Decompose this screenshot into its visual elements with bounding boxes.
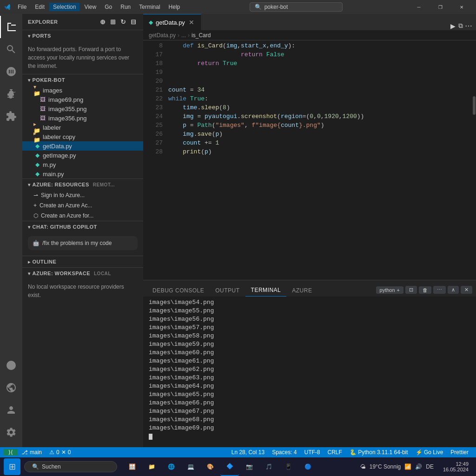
status-errors[interactable]: ⚠ 0 ✕ 0 xyxy=(46,449,74,456)
activity-copilot[interactable] xyxy=(0,354,22,377)
activity-remote[interactable] xyxy=(0,377,22,399)
close-panel-btn[interactable]: ✕ xyxy=(461,286,472,294)
breadcrumb-function[interactable]: is_Card xyxy=(192,32,211,39)
panel-tab-azure[interactable]: AZURE xyxy=(286,284,317,297)
activity-settings[interactable] xyxy=(0,421,22,443)
chat-title[interactable]: ▾ CHAT: GITHUB COPILOT xyxy=(22,221,143,232)
taskbar-app-9[interactable]: 🔵 xyxy=(298,457,317,476)
close-button[interactable]: ✕ xyxy=(451,0,472,14)
menu-run[interactable]: Run xyxy=(117,3,134,11)
code-line-22: while True: xyxy=(166,94,472,103)
status-golive[interactable]: ⚡ Go Live xyxy=(412,449,447,456)
azure-workspace-title[interactable]: ▾ AZURE: WORKSPACE Local xyxy=(22,268,143,279)
keyboard-icon[interactable]: DE xyxy=(426,463,434,470)
folder-images[interactable]: ▾📁 images xyxy=(22,86,143,95)
editor-scrollbar[interactable] xyxy=(472,40,476,280)
status-git-branch[interactable]: ⎇ main xyxy=(18,449,46,456)
file-getimage[interactable]: ◆ getImage.py xyxy=(22,151,143,160)
sidebar: Explorer ⊕ ⊞ ↻ ⊟ ▾ PORTS No forwarded po… xyxy=(22,14,143,447)
status-spaces[interactable]: Spaces: 4 xyxy=(268,449,300,456)
azure-resources-title[interactable]: ▾ AZURE: RESOURCES Remot... xyxy=(22,179,143,190)
tab-close-button[interactable]: ✕ xyxy=(188,18,195,27)
python-icon: ◆ xyxy=(33,170,41,178)
menu-go[interactable]: Go xyxy=(101,3,116,11)
terminal-line-8: images\image62.png xyxy=(149,365,470,374)
network-icon[interactable]: 📶 xyxy=(404,463,411,470)
status-python[interactable]: 🐍 Python 3.11.1 64-bit xyxy=(346,449,412,456)
more-actions-button[interactable]: ⋯ xyxy=(465,21,472,30)
status-encoding[interactable]: UTF-8 xyxy=(301,449,324,456)
activity-source-control[interactable] xyxy=(0,60,22,83)
trash-terminal-btn[interactable]: 🗑 xyxy=(419,286,431,294)
volume-icon[interactable]: 🔊 xyxy=(415,463,422,470)
panel-tab-terminal[interactable]: TERMINAL xyxy=(245,284,287,297)
azure-create-for[interactable]: ⬡ Create an Azure for... xyxy=(22,211,143,221)
new-folder-button[interactable]: ⊞ xyxy=(109,18,117,26)
terminal-line-11: images\image65.png xyxy=(149,390,470,399)
file-main[interactable]: ◆ main.py xyxy=(22,169,143,178)
taskbar-app-3[interactable]: 💻 xyxy=(181,457,200,476)
python-label: python xyxy=(380,287,395,293)
file-image69[interactable]: 🖼 image69.png xyxy=(22,95,143,104)
taskbar-app-5[interactable]: 🔷 xyxy=(220,457,239,476)
azure-signin[interactable]: ⇀ Sign in to Azure... xyxy=(22,190,143,200)
ports-section-title[interactable]: ▾ PORTS xyxy=(22,30,143,41)
file-getdata[interactable]: ◆ getData.py xyxy=(22,141,143,151)
maximize-button[interactable]: ❐ xyxy=(430,0,451,14)
more-terminal-btn[interactable]: ⋯ xyxy=(433,286,446,294)
maximize-panel-btn[interactable]: ∧ xyxy=(448,286,459,294)
terminal[interactable]: images\image54.png images\image55.png im… xyxy=(143,297,476,447)
taskbar-app-6[interactable]: 📷 xyxy=(240,457,258,476)
menu-file[interactable]: File xyxy=(14,3,30,11)
activity-extensions[interactable] xyxy=(0,105,22,127)
refresh-button[interactable]: ↻ xyxy=(119,18,127,26)
file-image355[interactable]: 🖼 image355.png xyxy=(22,104,143,113)
code-content[interactable]: def is_Card(img,start_x,end_y): return F… xyxy=(166,40,472,280)
taskbar-app-2[interactable]: 🌐 xyxy=(162,457,180,476)
azure-create-account[interactable]: + Create an Azure Ac... xyxy=(22,200,143,211)
azure-create-for-label: Create an Azure for... xyxy=(41,212,93,219)
tab-getdata[interactable]: ◆ getData.py ✕ xyxy=(143,14,201,30)
activity-debug[interactable] xyxy=(0,83,22,105)
taskbar-app-8[interactable]: 📱 xyxy=(279,457,298,476)
menu-terminal[interactable]: Terminal xyxy=(135,3,164,11)
breadcrumb-file[interactable]: getData.py xyxy=(149,32,176,39)
status-remote[interactable]: ⟩⟨ xyxy=(4,449,18,456)
folder-labeler-copy[interactable]: ▸📁 labeler copy xyxy=(22,132,143,141)
windows-icon: ⊞ xyxy=(9,462,16,472)
menu-help[interactable]: Help xyxy=(165,3,184,11)
activity-account[interactable] xyxy=(0,399,22,421)
start-button[interactable]: ⊞ xyxy=(4,458,20,475)
taskbar-app-4[interactable]: 🎨 xyxy=(201,457,219,476)
terminal-label-btn[interactable]: python + xyxy=(376,286,403,294)
file-m[interactable]: ◆ m.py xyxy=(22,160,143,169)
menu-view[interactable]: View xyxy=(80,3,100,11)
run-button[interactable]: ▶ xyxy=(450,22,456,30)
taskbar-app-7[interactable]: 🎵 xyxy=(259,457,278,476)
taskbar-app-0[interactable]: 🪟 xyxy=(123,457,141,476)
title-search-box[interactable]: 🔍 poker-bot xyxy=(250,2,343,12)
status-position[interactable]: Ln 28, Col 13 xyxy=(228,449,268,456)
minimize-button[interactable]: ─ xyxy=(408,0,430,14)
menu-edit[interactable]: Edit xyxy=(31,3,48,11)
breadcrumb-dots[interactable]: ... xyxy=(181,32,186,39)
panel-tab-debug[interactable]: DEBUG CONSOLE xyxy=(147,284,210,297)
code-line-17: return False xyxy=(166,50,472,59)
collapse-all-button[interactable]: ⊟ xyxy=(129,18,138,26)
panel-tab-output[interactable]: OUTPUT xyxy=(210,284,245,297)
activity-explorer[interactable] xyxy=(0,16,22,38)
split-editor-button[interactable]: ⧉ xyxy=(458,22,463,30)
taskbar-search[interactable]: 🔍 Suchen xyxy=(24,461,117,472)
activity-search[interactable] xyxy=(0,38,22,60)
split-terminal-btn[interactable]: ⊡ xyxy=(405,286,417,294)
taskbar-clock[interactable]: 12:49 16.05.2024 xyxy=(439,461,472,472)
code-editor[interactable]: 8 17 18 19 20 21 22 23 24 25 26 27 28 de… xyxy=(143,40,476,280)
new-file-button[interactable]: ⊕ xyxy=(99,18,107,26)
outline-title[interactable]: ▸ OUTLINE xyxy=(22,256,143,267)
search-text: poker-bot xyxy=(264,4,288,10)
code-line-19 xyxy=(166,68,472,77)
status-prettier[interactable]: Prettier xyxy=(447,449,472,456)
status-eol[interactable]: CRLF xyxy=(324,449,346,456)
menu-selection[interactable]: Selection xyxy=(49,3,79,11)
taskbar-app-1[interactable]: 📁 xyxy=(142,457,161,476)
